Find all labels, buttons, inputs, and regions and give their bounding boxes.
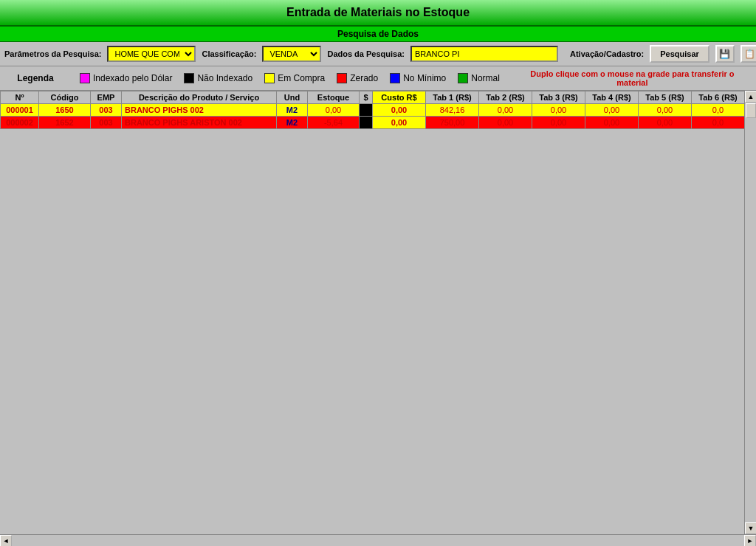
legend-color-green bbox=[458, 73, 468, 83]
scroll-right-button[interactable]: ► bbox=[744, 535, 756, 547]
cell-0: 000001 bbox=[1, 104, 39, 117]
classification-select[interactable]: VENDA bbox=[262, 46, 321, 62]
horizontal-scrollbar[interactable]: ◄ ► bbox=[0, 534, 756, 546]
legend-label-zeroed: Zerado bbox=[350, 73, 378, 83]
cell-2: 003 bbox=[91, 104, 122, 117]
params-select[interactable]: HOME QUE COMECE bbox=[107, 46, 196, 62]
book-icon: 📋 bbox=[744, 49, 755, 59]
col-header-tab3: Tab 3 (R$) bbox=[532, 91, 585, 104]
cell-6 bbox=[360, 104, 373, 117]
data-input[interactable] bbox=[410, 46, 558, 62]
table-row[interactable]: 0000011650003BRANCO PIGHS 002M20,000,008… bbox=[1, 104, 745, 117]
legend-color-red bbox=[337, 73, 347, 83]
cell-12: 0,00 bbox=[639, 117, 692, 129]
classification-label: Classificação: bbox=[202, 49, 256, 58]
table-container[interactable]: Nº Código EMP Descrição do Produto / Ser… bbox=[0, 91, 744, 534]
col-header-tab5: Tab 5 (R$) bbox=[639, 91, 692, 104]
cell-9: 0,00 bbox=[479, 117, 532, 129]
cell-10: 0,00 bbox=[532, 117, 585, 129]
cell-3: BRANCO PIGHS ARISTON 002 bbox=[122, 117, 277, 129]
cell-11: 0,00 bbox=[585, 104, 639, 117]
legend-label-normal: Normal bbox=[471, 73, 500, 83]
cell-8: 842,16 bbox=[426, 104, 479, 117]
col-header-custo: Custo R$ bbox=[373, 91, 426, 104]
legend-color-blue bbox=[390, 73, 400, 83]
cell-5: -5,64 bbox=[308, 117, 360, 129]
scroll-track-horizontal bbox=[12, 535, 744, 547]
col-header-tab1: Tab 1 (R$) bbox=[426, 91, 479, 104]
app-title: Entrada de Materiais no Estoque bbox=[0, 0, 756, 27]
legend-item-notindexed: Não Indexado bbox=[184, 73, 252, 83]
cell-1: 1650 bbox=[39, 104, 91, 117]
scroll-thumb[interactable] bbox=[746, 103, 756, 118]
scroll-up-button[interactable]: ▲ bbox=[745, 91, 756, 103]
search-panel-header: Pesquisa de Dados bbox=[0, 27, 756, 42]
legend-label-notindexed: Não Indexado bbox=[197, 73, 252, 83]
col-header-tab4: Tab 4 (R$) bbox=[585, 91, 639, 104]
cell-3: BRANCO PIGHS 002 bbox=[122, 104, 277, 117]
col-header-desc: Descrição do Produto / Serviço bbox=[122, 91, 277, 104]
table-row[interactable]: 0000021652003BRANCO PIGHS ARISTON 002M2-… bbox=[1, 117, 745, 129]
col-header-emp: EMP bbox=[91, 91, 122, 104]
col-header-und: Und bbox=[277, 91, 308, 104]
cell-13: 0,0 bbox=[692, 117, 745, 129]
data-table: Nº Código EMP Descrição do Produto / Ser… bbox=[0, 91, 744, 129]
legend-item-dollar: Indexado pelo Dólar bbox=[80, 73, 172, 83]
legend-item-inpurchase: Em Compra bbox=[264, 73, 325, 83]
legend-label-dollar: Indexado pelo Dólar bbox=[93, 73, 172, 83]
legend-item-zeroed: Zerado bbox=[337, 73, 378, 83]
search-button[interactable]: Pesquisar bbox=[650, 45, 709, 63]
save-icon: 💾 bbox=[719, 49, 730, 59]
cell-4: M2 bbox=[277, 104, 308, 117]
cell-5: 0,00 bbox=[308, 104, 360, 117]
legend-label-inpurchase: Em Compra bbox=[278, 73, 325, 83]
cell-10: 0,00 bbox=[532, 104, 585, 117]
legend-color-yellow bbox=[264, 73, 275, 83]
double-click-message: Duplo clique com o mouse na grade para t… bbox=[515, 69, 750, 87]
book-icon-button[interactable]: 📋 bbox=[740, 45, 756, 63]
table-header-row: Nº Código EMP Descrição do Produto / Ser… bbox=[1, 91, 745, 104]
cell-12: 0,00 bbox=[639, 104, 692, 117]
legend-items: Indexado pelo Dólar Não Indexado Em Comp… bbox=[80, 73, 500, 83]
cell-13: 0,0 bbox=[692, 104, 745, 117]
cell-2: 003 bbox=[91, 117, 122, 129]
legend-color-pink bbox=[80, 73, 90, 83]
col-header-num: Nº bbox=[1, 91, 39, 104]
cell-0: 000002 bbox=[1, 117, 39, 129]
col-header-dol: $ bbox=[360, 91, 373, 104]
params-row: Parâmetros da Pesquisa: HOME QUE COMECE … bbox=[0, 42, 756, 66]
cell-6 bbox=[360, 117, 373, 129]
scroll-left-button[interactable]: ◄ bbox=[0, 535, 12, 547]
cell-8: 750,00 bbox=[426, 117, 479, 129]
cell-4: M2 bbox=[277, 117, 308, 129]
cell-11: 0,00 bbox=[585, 117, 639, 129]
ativacao-label: Ativação/Cadastro: bbox=[570, 49, 644, 58]
col-header-est: Estoque bbox=[308, 91, 360, 104]
save-icon-button[interactable]: 💾 bbox=[715, 45, 735, 63]
cell-9: 0,00 bbox=[479, 104, 532, 117]
legend-item-normal: Normal bbox=[458, 73, 500, 83]
legend-color-black bbox=[184, 73, 194, 83]
col-header-cod: Código bbox=[39, 91, 91, 104]
legend-row: Legenda Indexado pelo Dólar Não Indexado… bbox=[0, 66, 756, 91]
col-header-tab2: Tab 2 (R$) bbox=[479, 91, 532, 104]
params-label: Parâmetros da Pesquisa: bbox=[4, 49, 101, 58]
cell-1: 1652 bbox=[39, 117, 91, 129]
cell-7: 0,00 bbox=[373, 104, 426, 117]
data-label: Dados da Pesquisa: bbox=[327, 49, 405, 58]
legend-label-minimum: No Mínimo bbox=[403, 73, 446, 83]
col-header-tab6: Tab 6 (R$) bbox=[692, 91, 745, 104]
scroll-down-button[interactable]: ▼ bbox=[745, 522, 756, 534]
cell-7: 0,00 bbox=[373, 117, 426, 129]
legend-item-minimum: No Mínimo bbox=[390, 73, 446, 83]
scroll-thumb-area bbox=[745, 103, 756, 522]
legend-title: Legenda bbox=[6, 73, 65, 83]
vertical-scrollbar[interactable]: ▲ ▼ bbox=[744, 91, 756, 534]
